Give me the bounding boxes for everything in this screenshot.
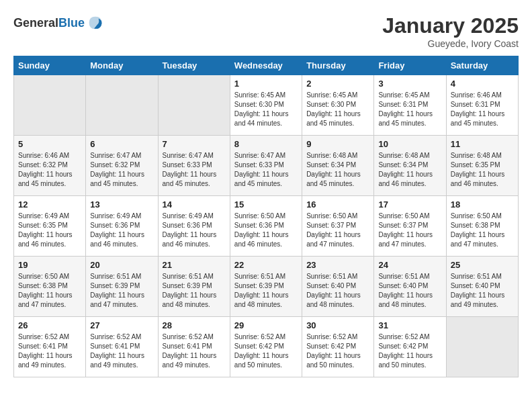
day-info: Sunrise: 6:45 AMSunset: 6:30 PMDaylight:… xyxy=(234,91,298,128)
day-number: 2 xyxy=(306,79,369,89)
day-number: 6 xyxy=(90,139,153,149)
day-info: Sunrise: 6:52 AMSunset: 6:42 PMDaylight:… xyxy=(378,332,441,370)
weekday-header-row: SundayMondayTuesdayWednesdayThursdayFrid… xyxy=(14,56,519,75)
calendar-cell: 12Sunrise: 6:49 AMSunset: 6:35 PMDayligh… xyxy=(14,196,86,257)
day-info: Sunrise: 6:48 AMSunset: 6:34 PMDaylight:… xyxy=(378,151,441,189)
calendar-cell: 5Sunrise: 6:46 AMSunset: 6:32 PMDaylight… xyxy=(14,136,86,196)
day-info: Sunrise: 6:51 AMSunset: 6:40 PMDaylight:… xyxy=(378,272,441,310)
calendar-cell: 18Sunrise: 6:50 AMSunset: 6:38 PMDayligh… xyxy=(446,196,518,257)
calendar-cell xyxy=(158,75,230,136)
logo-icon xyxy=(86,13,105,32)
calendar-cell: 24Sunrise: 6:51 AMSunset: 6:40 PMDayligh… xyxy=(374,257,446,317)
day-info: Sunrise: 6:50 AMSunset: 6:36 PMDaylight:… xyxy=(234,212,298,249)
day-info: Sunrise: 6:48 AMSunset: 6:35 PMDaylight:… xyxy=(451,151,514,189)
weekday-header: Friday xyxy=(374,56,446,75)
calendar-cell: 11Sunrise: 6:48 AMSunset: 6:35 PMDayligh… xyxy=(446,136,518,196)
calendar-cell: 22Sunrise: 6:51 AMSunset: 6:39 PMDayligh… xyxy=(230,257,302,317)
logo-general: GeneralBlue xyxy=(13,16,85,30)
day-info: Sunrise: 6:45 AMSunset: 6:30 PMDaylight:… xyxy=(306,91,369,128)
calendar-week-row: 12Sunrise: 6:49 AMSunset: 6:35 PMDayligh… xyxy=(14,196,519,257)
calendar-cell: 26Sunrise: 6:52 AMSunset: 6:41 PMDayligh… xyxy=(14,317,86,377)
calendar-week-row: 26Sunrise: 6:52 AMSunset: 6:41 PMDayligh… xyxy=(14,317,519,377)
day-number: 26 xyxy=(18,320,81,330)
calendar-cell: 28Sunrise: 6:52 AMSunset: 6:41 PMDayligh… xyxy=(158,317,230,377)
day-info: Sunrise: 6:50 AMSunset: 6:37 PMDaylight:… xyxy=(378,212,441,249)
day-info: Sunrise: 6:49 AMSunset: 6:35 PMDaylight:… xyxy=(18,212,81,249)
weekday-header: Monday xyxy=(86,56,158,75)
calendar-cell: 16Sunrise: 6:50 AMSunset: 6:37 PMDayligh… xyxy=(302,196,374,257)
day-info: Sunrise: 6:52 AMSunset: 6:41 PMDaylight:… xyxy=(18,332,81,370)
calendar-cell: 14Sunrise: 6:49 AMSunset: 6:36 PMDayligh… xyxy=(158,196,230,257)
day-number: 30 xyxy=(306,320,369,330)
day-number: 15 xyxy=(234,199,298,210)
day-info: Sunrise: 6:47 AMSunset: 6:32 PMDaylight:… xyxy=(90,151,153,189)
calendar-cell: 31Sunrise: 6:52 AMSunset: 6:42 PMDayligh… xyxy=(374,317,446,377)
page-header: GeneralBlue January 2025 Gueyede, Ivory … xyxy=(13,13,519,49)
month-title: January 2025 xyxy=(382,13,519,38)
calendar-week-row: 19Sunrise: 6:50 AMSunset: 6:38 PMDayligh… xyxy=(14,257,519,317)
day-number: 18 xyxy=(451,199,514,210)
day-number: 19 xyxy=(18,260,81,270)
day-number: 11 xyxy=(451,139,514,149)
day-info: Sunrise: 6:50 AMSunset: 6:38 PMDaylight:… xyxy=(451,212,514,249)
calendar-cell xyxy=(14,75,86,136)
day-info: Sunrise: 6:51 AMSunset: 6:39 PMDaylight:… xyxy=(234,272,298,310)
day-number: 4 xyxy=(451,79,514,89)
day-number: 5 xyxy=(18,139,81,149)
day-info: Sunrise: 6:51 AMSunset: 6:39 PMDaylight:… xyxy=(163,272,226,310)
day-info: Sunrise: 6:50 AMSunset: 6:37 PMDaylight:… xyxy=(306,212,369,249)
day-number: 1 xyxy=(234,79,298,89)
day-number: 7 xyxy=(163,139,226,149)
calendar-cell: 7Sunrise: 6:47 AMSunset: 6:33 PMDaylight… xyxy=(158,136,230,196)
logo: GeneralBlue xyxy=(13,13,105,32)
day-number: 3 xyxy=(378,79,441,89)
day-number: 27 xyxy=(90,320,153,330)
day-number: 17 xyxy=(378,199,441,210)
day-number: 14 xyxy=(163,199,226,210)
calendar-cell: 30Sunrise: 6:52 AMSunset: 6:42 PMDayligh… xyxy=(302,317,374,377)
day-info: Sunrise: 6:49 AMSunset: 6:36 PMDaylight:… xyxy=(90,212,153,249)
day-info: Sunrise: 6:45 AMSunset: 6:31 PMDaylight:… xyxy=(378,91,441,128)
calendar-cell: 3Sunrise: 6:45 AMSunset: 6:31 PMDaylight… xyxy=(374,75,446,136)
day-number: 31 xyxy=(378,320,441,330)
day-info: Sunrise: 6:52 AMSunset: 6:41 PMDaylight:… xyxy=(163,332,226,370)
calendar-cell: 20Sunrise: 6:51 AMSunset: 6:39 PMDayligh… xyxy=(86,257,158,317)
day-number: 21 xyxy=(163,260,226,270)
day-info: Sunrise: 6:46 AMSunset: 6:31 PMDaylight:… xyxy=(451,91,514,128)
calendar-cell: 4Sunrise: 6:46 AMSunset: 6:31 PMDaylight… xyxy=(446,75,518,136)
calendar-cell: 9Sunrise: 6:48 AMSunset: 6:34 PMDaylight… xyxy=(302,136,374,196)
day-info: Sunrise: 6:52 AMSunset: 6:42 PMDaylight:… xyxy=(306,332,369,370)
weekday-header: Tuesday xyxy=(158,56,230,75)
calendar-cell: 2Sunrise: 6:45 AMSunset: 6:30 PMDaylight… xyxy=(302,75,374,136)
day-number: 28 xyxy=(163,320,226,330)
calendar-cell: 15Sunrise: 6:50 AMSunset: 6:36 PMDayligh… xyxy=(230,196,302,257)
calendar-cell: 25Sunrise: 6:51 AMSunset: 6:40 PMDayligh… xyxy=(446,257,518,317)
calendar-cell: 10Sunrise: 6:48 AMSunset: 6:34 PMDayligh… xyxy=(374,136,446,196)
calendar-cell: 6Sunrise: 6:47 AMSunset: 6:32 PMDaylight… xyxy=(86,136,158,196)
day-number: 9 xyxy=(306,139,369,149)
weekday-header: Saturday xyxy=(446,56,518,75)
day-info: Sunrise: 6:51 AMSunset: 6:40 PMDaylight:… xyxy=(451,272,514,310)
day-info: Sunrise: 6:51 AMSunset: 6:40 PMDaylight:… xyxy=(306,272,369,310)
day-info: Sunrise: 6:49 AMSunset: 6:36 PMDaylight:… xyxy=(163,212,226,249)
calendar-cell: 23Sunrise: 6:51 AMSunset: 6:40 PMDayligh… xyxy=(302,257,374,317)
day-number: 8 xyxy=(234,139,298,149)
day-number: 24 xyxy=(378,260,441,270)
day-number: 10 xyxy=(378,139,441,149)
calendar-cell: 1Sunrise: 6:45 AMSunset: 6:30 PMDaylight… xyxy=(230,75,302,136)
day-number: 13 xyxy=(90,199,153,210)
day-number: 23 xyxy=(306,260,369,270)
day-number: 25 xyxy=(451,260,514,270)
calendar-cell xyxy=(86,75,158,136)
calendar-week-row: 1Sunrise: 6:45 AMSunset: 6:30 PMDaylight… xyxy=(14,75,519,136)
day-info: Sunrise: 6:47 AMSunset: 6:33 PMDaylight:… xyxy=(234,151,298,189)
calendar-cell: 27Sunrise: 6:52 AMSunset: 6:41 PMDayligh… xyxy=(86,317,158,377)
day-number: 29 xyxy=(234,320,298,330)
calendar-cell xyxy=(446,317,518,377)
calendar-cell: 13Sunrise: 6:49 AMSunset: 6:36 PMDayligh… xyxy=(86,196,158,257)
calendar-cell: 8Sunrise: 6:47 AMSunset: 6:33 PMDaylight… xyxy=(230,136,302,196)
day-info: Sunrise: 6:52 AMSunset: 6:42 PMDaylight:… xyxy=(234,332,298,370)
calendar-cell: 21Sunrise: 6:51 AMSunset: 6:39 PMDayligh… xyxy=(158,257,230,317)
calendar-cell: 17Sunrise: 6:50 AMSunset: 6:37 PMDayligh… xyxy=(374,196,446,257)
day-info: Sunrise: 6:48 AMSunset: 6:34 PMDaylight:… xyxy=(306,151,369,189)
